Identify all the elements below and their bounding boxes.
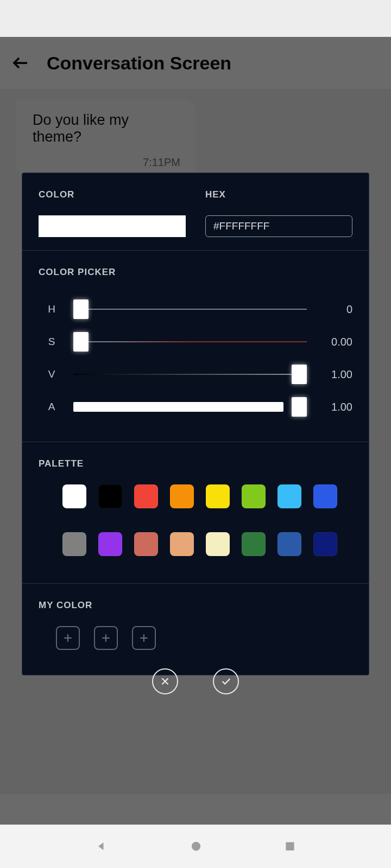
value-slider-label: V [39,368,65,380]
value-slider-row: V 1.00 [39,358,352,391]
svg-rect-1 [286,842,294,850]
palette-swatch[interactable] [170,532,194,556]
palette-swatch[interactable] [170,484,194,508]
saturation-slider-label: S [39,336,65,348]
plus-icon: + [140,629,148,647]
palette-swatch[interactable] [134,532,158,556]
add-color-slot-2[interactable]: + [94,626,118,650]
svg-point-0 [192,842,200,851]
dialog-actions [0,668,391,694]
palette-swatch[interactable] [313,532,337,556]
mycolor-section-label: MY COLOR [39,600,352,611]
hue-slider-thumb[interactable] [73,299,89,319]
hue-slider-value: 0 [316,303,352,316]
saturation-slider-row: S 0.00 [39,326,352,358]
palette-swatch[interactable] [242,484,266,508]
hex-section-label: HEX [205,189,352,200]
color-preview [39,215,186,237]
palette-swatch[interactable] [278,484,301,508]
palette-swatch[interactable] [242,532,266,556]
palette-swatch[interactable] [206,532,230,556]
palette-swatch[interactable] [98,532,122,556]
color-picker-dialog: COLOR HEX #FFFFFFFF COLOR PICKER H 0 S [22,173,369,675]
palette-swatch[interactable] [62,532,86,556]
saturation-slider[interactable] [73,331,307,353]
status-bar [0,0,391,37]
add-color-slot-1[interactable]: + [56,626,80,650]
palette-swatch[interactable] [313,484,337,508]
hex-value: #FFFFFFFF [213,220,269,232]
palette-swatch[interactable] [62,484,86,508]
nav-home-icon[interactable] [188,839,204,854]
value-slider-thumb[interactable] [292,365,307,384]
confirm-button[interactable] [213,668,239,694]
nav-recents-icon[interactable] [283,839,297,853]
alpha-slider-label: A [39,401,65,413]
system-nav-bar [0,825,391,868]
add-color-slot-3[interactable]: + [132,626,156,650]
color-picker-section-label: COLOR PICKER [39,267,352,278]
value-slider-value: 1.00 [316,368,352,381]
alpha-slider[interactable] [73,396,307,418]
alpha-slider-thumb[interactable] [292,397,307,417]
palette-swatch[interactable] [206,484,230,508]
palette-swatch[interactable] [98,484,122,508]
alpha-slider-value: 1.00 [316,401,352,413]
color-section-label: COLOR [39,189,186,200]
palette-section-label: PALETTE [39,458,352,469]
saturation-slider-thumb[interactable] [73,332,89,352]
plus-icon: + [64,629,72,647]
saturation-slider-value: 0.00 [316,336,352,348]
close-icon [159,675,171,687]
hue-slider[interactable] [73,298,307,320]
value-slider[interactable] [73,363,307,385]
nav-back-icon[interactable] [94,839,109,854]
cancel-button[interactable] [152,668,178,694]
hex-input[interactable]: #FFFFFFFF [205,215,352,237]
palette-swatch[interactable] [278,532,301,556]
mycolor-row: + + + [39,626,352,650]
palette-swatch[interactable] [134,484,158,508]
hue-slider-label: H [39,303,65,315]
check-icon [220,675,232,687]
palette-grid [39,484,352,556]
alpha-slider-row: A 1.00 [39,391,352,423]
hue-slider-row: H 0 [39,293,352,326]
plus-icon: + [102,629,110,647]
